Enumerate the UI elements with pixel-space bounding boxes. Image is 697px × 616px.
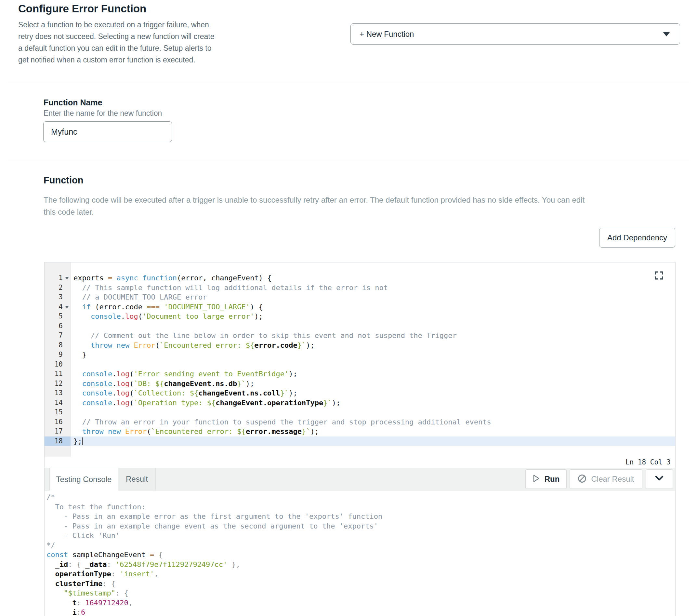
console-code-line[interactable]: To test the function:	[46, 502, 675, 512]
testing-console-editor[interactable]: /* To test the function: - Pass in an ex…	[45, 490, 675, 616]
code-line-text: console.log(`Collection: ${changeEvent.n…	[71, 388, 297, 398]
code-line[interactable]: 2 // This sample function will log addit…	[45, 283, 675, 293]
code-token: (	[138, 312, 143, 320]
text-line: this code later.	[44, 206, 666, 218]
add-dependency-button[interactable]: Add Dependency	[599, 228, 675, 248]
error-function-select[interactable]: + New Function	[351, 24, 680, 45]
code-token	[112, 341, 116, 349]
code-token: : {	[102, 580, 115, 588]
code-line-text: exports = async function(error, changeEv…	[71, 273, 271, 283]
testing-console-toolbar: Testing Console Result Run Clear Result	[45, 468, 675, 490]
code-token: throw	[82, 427, 104, 436]
code-token: - Click 'Run'	[46, 531, 120, 540]
code-token	[46, 589, 64, 597]
code-token: 'DOCUMENT_TOO_LARGE'	[164, 303, 250, 311]
fold-arrow-icon[interactable]	[65, 306, 69, 308]
code-token: );	[289, 389, 297, 397]
code-token: );	[254, 312, 263, 320]
code-token: operationType	[55, 570, 111, 578]
line-number: 7	[45, 331, 71, 340]
function-name-input[interactable]	[43, 121, 172, 142]
code-token: console	[82, 380, 113, 388]
code-line[interactable]: 15	[45, 408, 675, 417]
console-code-line[interactable]: - Click 'Run'	[46, 531, 675, 541]
code-token: (error, changeEvent) {	[177, 274, 271, 282]
line-number: 16	[45, 417, 71, 427]
code-token: clusterTime	[55, 580, 103, 588]
tab-testing-console[interactable]: Testing Console	[49, 468, 118, 490]
code-token: // a DOCUMENT_TOO_LARGE error	[73, 293, 207, 301]
expand-editor-icon[interactable]	[655, 271, 663, 280]
clear-result-button[interactable]: Clear Result	[569, 469, 642, 489]
code-pane[interactable]: 1exports = async function(error, changeE…	[45, 263, 675, 457]
code-line[interactable]: 6	[45, 321, 675, 331]
code-token: ,	[129, 599, 133, 607]
code-line[interactable]: 17 throw new Error(`Encountered error: $…	[45, 427, 675, 437]
console-code-line[interactable]: /*	[46, 493, 675, 502]
code-token: const	[46, 551, 68, 559]
code-line[interactable]: 13 console.log(`Collection: ${changeEven…	[45, 388, 675, 398]
fold-arrow-icon[interactable]	[65, 277, 69, 279]
code-token: new	[116, 341, 129, 349]
code-line[interactable]: 10	[45, 360, 675, 369]
code-token: : {	[115, 589, 129, 597]
code-token: (	[129, 389, 134, 397]
code-token	[73, 427, 82, 436]
code-token: - Pass in an example change event as the…	[46, 522, 378, 530]
code-line[interactable]: 1exports = async function(error, changeE…	[45, 273, 675, 283]
code-token: (	[129, 380, 134, 388]
code-token: );	[289, 370, 297, 378]
console-code-line[interactable]: clusterTime: {	[46, 579, 675, 589]
cursor-position-status: Ln 18 Col 3	[45, 457, 675, 468]
collapse-console-button[interactable]	[646, 469, 673, 489]
code-token: .	[121, 312, 125, 320]
code-token: 6	[81, 608, 85, 616]
code-line[interactable]: 11 console.log('Error sending event to E…	[45, 369, 675, 379]
code-token	[104, 427, 108, 436]
code-token	[73, 389, 82, 397]
code-token: 'Document too large error'	[143, 312, 254, 320]
code-line[interactable]: 9 }	[45, 350, 675, 360]
console-code-line[interactable]: */	[46, 541, 675, 550]
code-line-text: }	[71, 350, 87, 360]
code-token: }`	[297, 341, 306, 349]
code-line[interactable]: 12 console.log(`DB: ${changeEvent.ns.db}…	[45, 379, 675, 388]
code-line[interactable]: 3 // a DOCUMENT_TOO_LARGE error	[45, 292, 675, 302]
tab-result[interactable]: Result	[118, 468, 156, 490]
code-line[interactable]: 8 throw new Error(`Encountered error: ${…	[45, 340, 675, 350]
code-token	[138, 274, 143, 282]
code-line[interactable]: 7 // Comment out the line below in order…	[45, 331, 675, 340]
code-token: error.message	[246, 427, 302, 436]
console-code-line[interactable]: operationType: 'insert',	[46, 569, 675, 579]
code-token	[121, 427, 125, 436]
code-token: "$timestamp"	[64, 589, 115, 597]
code-line-text: // Comment out the line below in order t…	[71, 331, 457, 340]
code-line[interactable]: 14 console.log(`Operation type: ${change…	[45, 398, 675, 408]
code-line[interactable]: 5 console.log('Document too large error'…	[45, 311, 675, 321]
console-code-line[interactable]: t: 1649712420,	[46, 598, 675, 608]
console-code-line[interactable]: i:6	[46, 607, 675, 616]
code-token: exports	[73, 274, 108, 282]
code-token: {	[154, 551, 163, 559]
code-line[interactable]: 18};	[45, 437, 675, 446]
play-icon	[533, 474, 540, 484]
code-token: =	[150, 551, 154, 559]
text-line: Select a function to be executed on a tr…	[18, 19, 214, 31]
console-code-line[interactable]: - Pass in an example change event as the…	[46, 522, 675, 531]
function-section-description: The following code will be executed afte…	[44, 194, 666, 218]
code-token: */	[46, 541, 55, 549]
run-button[interactable]: Run	[525, 469, 567, 489]
code-token	[112, 274, 116, 282]
code-line[interactable]: 16 // Throw an error in your function to…	[45, 417, 675, 427]
code-line-text: if (error.code === 'DOCUMENT_TOO_LARGE')…	[71, 302, 263, 312]
code-line[interactable]: 4 if (error.code === 'DOCUMENT_TOO_LARGE…	[45, 302, 675, 312]
console-code-line[interactable]: "$timestamp": {	[46, 588, 675, 598]
chevron-down-icon	[655, 475, 664, 483]
code-token: :	[77, 599, 86, 607]
console-code-line[interactable]: - Pass in an example error as the first …	[46, 512, 675, 522]
text-line: retry does not succeed. Selecting a new …	[18, 31, 214, 42]
function-code-editor: 1exports = async function(error, changeE…	[44, 262, 676, 616]
code-token: `Encountered error: ${	[160, 341, 254, 349]
console-code-line[interactable]: _id: { _data: '62548f79e7f11292792497cc'…	[46, 560, 675, 570]
console-code-line[interactable]: const sampleChangeEvent = {	[46, 550, 675, 560]
